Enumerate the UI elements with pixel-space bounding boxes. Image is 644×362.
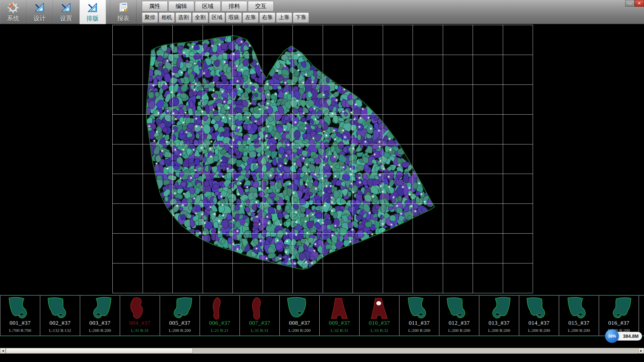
part-shape <box>243 296 276 320</box>
part-counts: L:32 R:31 <box>330 328 348 333</box>
part-name: 007_#37 <box>249 320 270 326</box>
part-counts: L:21 R:21 <box>211 328 228 333</box>
menu-tab-edit[interactable]: 编辑 <box>168 1 194 11</box>
menu-tab-region[interactable]: 区域 <box>195 1 221 11</box>
progress-circle: 38% <box>605 329 619 343</box>
gear-icon <box>7 1 19 14</box>
part-name: 005_#37 <box>169 320 191 326</box>
part-name: 009_#37 <box>329 320 350 326</box>
part-shape <box>442 296 476 320</box>
part-thumbnail-003_#37[interactable]: 003_#37L:200 R:200 <box>80 296 120 336</box>
tool-button-cluster-nest[interactable]: 聚排 <box>142 12 158 23</box>
workspace[interactable] <box>0 24 644 295</box>
part-thumbnail-001_#37[interactable]: 001_#37L:700 R:700 <box>0 296 40 336</box>
part-counts: L:200 R:200 <box>448 328 470 333</box>
part-thumbnail-015_#37[interactable]: 015_#37L:200 R:200 <box>559 296 599 336</box>
part-shape <box>562 296 596 320</box>
scroll-left-button[interactable]: ◀ <box>0 348 6 354</box>
part-thumbnail-002_#37[interactable]: 002_#37L:132 R:132 <box>40 296 80 336</box>
part-name: 016_#37 <box>608 320 630 326</box>
set-square-icon <box>34 1 46 14</box>
part-counts: L:200 R:200 <box>89 328 111 333</box>
part-name: 010_#37 <box>369 320 390 326</box>
part-thumbnail-006_#37[interactable]: 006_#37L:21 R:21 <box>200 296 240 336</box>
scrollbar-thumb[interactable] <box>6 348 193 354</box>
part-thumbnail-009_#37[interactable]: 009_#37L:32 R:31 <box>319 296 360 336</box>
part-shape <box>482 296 516 320</box>
part-thumbnail-011_#37[interactable]: 011_#37L:200 R:200 <box>399 296 439 336</box>
minimize-button[interactable]: — <box>625 0 635 7</box>
scroll-right-button[interactable]: ▶ <box>638 348 644 354</box>
part-thumbnail-012_#37[interactable]: 012_#37L:200 R:200 <box>439 296 479 336</box>
tool-button-region[interactable]: 区域 <box>209 12 225 23</box>
app-tab-label: 设置 <box>60 14 72 22</box>
part-counts: L:31 R:31 <box>251 328 268 333</box>
tool-button-cut-all[interactable]: 全割 <box>192 12 208 23</box>
menu-tab-row: 属性编辑区域排料交互 <box>142 1 274 11</box>
tool-button-snap-left[interactable]: 左靠 <box>243 12 259 23</box>
progress-badge: 384.8M 38% <box>605 329 642 343</box>
part-counts: L:200 R:200 <box>408 328 430 333</box>
part-name: 015_#37 <box>569 320 590 326</box>
part-name: 014_#37 <box>529 320 550 326</box>
app-tab-settings[interactable]: 设置 <box>53 0 79 24</box>
part-name: 003_#37 <box>90 320 111 326</box>
part-shape <box>163 296 197 320</box>
parts-strip: 001_#37L:700 R:700002_#37L:132 R:132003_… <box>0 295 644 336</box>
part-thumbnail-013_#37[interactable]: 013_#37L:200 R:200 <box>479 296 519 336</box>
part-name: 001_#37 <box>10 320 31 326</box>
tool-button-select-cut[interactable]: 选割 <box>175 12 192 23</box>
menu-tab-interact[interactable]: 交互 <box>248 1 274 11</box>
app-tab-report[interactable]: 报表 <box>110 0 137 24</box>
part-shape <box>123 296 157 320</box>
part-name: 008_#37 <box>289 320 310 326</box>
part-counts: L:200 R:200 <box>169 328 191 333</box>
part-shape <box>283 296 316 320</box>
app-tab-design[interactable]: 设计 <box>26 0 53 24</box>
app-tab-layout[interactable]: 排版 <box>79 0 106 24</box>
part-shape <box>602 296 636 320</box>
nesting-canvas[interactable] <box>0 24 644 295</box>
part-thumbnail-005_#37[interactable]: 005_#37L:200 R:200 <box>160 296 200 336</box>
app-tab-label: 设计 <box>34 14 46 22</box>
ribbon: 系统设计设置排版报表 属性编辑区域排料交互 聚排相机选割全割区域瑕疵左靠右靠上靠… <box>0 0 644 24</box>
part-counts: L:33 R:32 <box>370 328 388 333</box>
part-thumbnail-004_#37[interactable]: 004_#37L:31 R:31 <box>120 296 160 336</box>
part-counts: L:200 R:200 <box>528 328 550 333</box>
part-shape <box>203 296 236 320</box>
close-button[interactable]: × <box>635 0 644 7</box>
tool-button-snap-down[interactable]: 下靠 <box>293 12 309 23</box>
part-name: 011_#37 <box>409 320 430 326</box>
part-thumbnail-008_#37[interactable]: 008_#37L:200 R:200 <box>279 296 320 336</box>
tool-button-snap-right[interactable]: 右靠 <box>259 12 275 23</box>
set-square-icon <box>60 1 72 14</box>
tool-row: 聚排相机选割全割区域瑕疵左靠右靠上靠下靠 <box>142 12 309 23</box>
part-thumbnail-007_#37[interactable]: 007_#37L:31 R:31 <box>239 296 280 336</box>
app-tab-label: 系统 <box>7 14 19 22</box>
part-shape <box>522 296 556 320</box>
window-controls: — × <box>625 0 644 7</box>
tool-button-snap-up[interactable]: 上靠 <box>276 12 292 23</box>
part-counts: L:31 R:31 <box>131 328 149 333</box>
part-shape <box>43 296 77 320</box>
horizontal-scrollbar[interactable]: ◀ ▶ <box>0 348 644 354</box>
part-counts: L:200 R:200 <box>568 328 590 333</box>
part-thumbnail-010_#37[interactable]: 010_#37L:33 R:32 <box>359 296 399 336</box>
menu-tab-properties[interactable]: 属性 <box>142 1 168 11</box>
part-counts: L:200 R:200 <box>488 328 510 333</box>
part-name: 012_#37 <box>449 320 470 326</box>
part-counts: L:700 R:700 <box>9 328 31 333</box>
part-shape <box>3 296 37 320</box>
part-name: 002_#37 <box>50 320 71 326</box>
app-tab-system[interactable]: 系统 <box>0 0 26 24</box>
part-name: 013_#37 <box>489 320 510 326</box>
app-tabs: 系统设计设置排版报表 <box>0 0 137 24</box>
tool-button-defect[interactable]: 瑕疵 <box>226 12 242 23</box>
report-icon <box>117 1 129 14</box>
set-square-icon <box>87 1 99 14</box>
tool-button-camera[interactable]: 相机 <box>159 12 175 23</box>
menu-tab-nesting[interactable]: 排料 <box>221 1 247 11</box>
part-name: 006_#37 <box>209 320 230 326</box>
part-thumbnail-014_#37[interactable]: 014_#37L:200 R:200 <box>519 296 559 336</box>
part-shape <box>402 296 436 320</box>
